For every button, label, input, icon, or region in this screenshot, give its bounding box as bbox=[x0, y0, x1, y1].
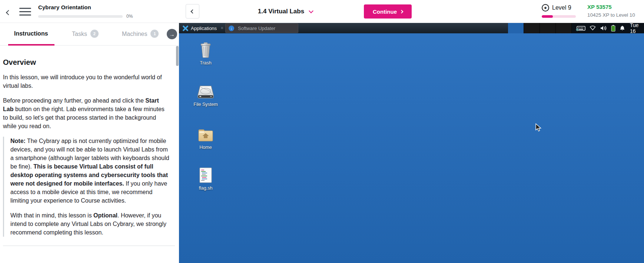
level-progress-bar bbox=[542, 15, 576, 18]
software-updater-window-button[interactable]: ↓ Software Updater bbox=[225, 23, 298, 33]
paragraph-optional: With that in mind, this lesson is Option… bbox=[10, 211, 170, 237]
menu-icon[interactable] bbox=[19, 8, 31, 18]
course-progress-bar bbox=[38, 15, 123, 18]
course-progress-percent: 0% bbox=[126, 14, 133, 19]
lesson-selector[interactable]: 1.4 Virtual Labs bbox=[237, 0, 333, 23]
workspace-2[interactable] bbox=[524, 23, 540, 33]
level-cluster: ★ Level 9 bbox=[542, 4, 576, 18]
app-root: Cybrary Orientation 0% 1.4 Virtual Labs … bbox=[0, 0, 644, 263]
tab-machines-label: Machines bbox=[122, 31, 147, 37]
workspace-1-active[interactable] bbox=[508, 23, 524, 33]
course-title: Cybrary Orientation bbox=[38, 4, 133, 10]
notification-bell-icon[interactable] bbox=[620, 25, 625, 31]
panel-handle-icon[interactable]: ≡ bbox=[221, 25, 223, 31]
mouse-cursor bbox=[535, 123, 542, 134]
tab-machines[interactable]: Machines 1 bbox=[122, 30, 159, 38]
tab-instructions-label: Instructions bbox=[14, 30, 48, 37]
keyboard-input-icon[interactable] bbox=[576, 26, 585, 31]
chevron-down-icon bbox=[309, 9, 313, 13]
machines-count-badge: 1 bbox=[150, 30, 159, 38]
desktop-icon-flag-sh[interactable]: flag.sh bbox=[188, 167, 223, 191]
continue-button[interactable]: Continue bbox=[364, 4, 412, 19]
paragraph-intro: In this lesson, we will introduce you to… bbox=[3, 73, 170, 90]
desktop-icon-label: Trash bbox=[188, 60, 223, 66]
xp-block: XP 53575 10425 XP to Level 10 bbox=[587, 4, 635, 18]
desktop-icon-label: flag.sh bbox=[188, 186, 223, 191]
desktop-icon-label: File System bbox=[188, 102, 223, 107]
content-divider bbox=[3, 246, 175, 246]
xp-to-next-level: 10425 XP to Level 10 bbox=[587, 12, 635, 18]
volume-icon[interactable] bbox=[600, 25, 607, 31]
workspace-switcher bbox=[508, 23, 572, 33]
system-tray: Tue 16 bbox=[572, 23, 644, 33]
virtual-lab-desktop: Applications ≡ ↓ Software Updater bbox=[179, 23, 644, 263]
applications-menu[interactable]: Applications bbox=[180, 23, 219, 33]
desktop-icon-trash[interactable]: Trash bbox=[188, 42, 223, 66]
software-updater-label: Software Updater bbox=[238, 26, 275, 31]
xfce-logo-icon bbox=[183, 26, 188, 31]
desktop-icon-file-system[interactable]: File System bbox=[188, 85, 223, 107]
workspace-3[interactable] bbox=[540, 23, 555, 33]
optional-emphasis: Optional bbox=[93, 212, 117, 219]
software-updater-icon: ↓ bbox=[229, 26, 234, 31]
tabs-scroll-right-button[interactable]: → bbox=[167, 29, 177, 39]
paragraph-start-lab: Before proceeding any further, go ahead … bbox=[3, 96, 170, 130]
tab-bar: Instructions Tasks 2 Machines 1 → bbox=[0, 23, 179, 46]
paragraph-note: Note: The Cybrary app is not currently o… bbox=[10, 137, 170, 205]
top-header: Cybrary Orientation 0% 1.4 Virtual Labs … bbox=[0, 0, 644, 23]
active-tab-indicator bbox=[8, 44, 54, 46]
back-chevron-icon[interactable] bbox=[7, 9, 10, 16]
instructions-content: Overview In this lesson, we will introdu… bbox=[3, 46, 172, 246]
applications-menu-label: Applications bbox=[191, 26, 217, 31]
clock[interactable]: Tue 16 bbox=[630, 23, 641, 34]
tab-instructions[interactable]: Instructions bbox=[14, 30, 48, 37]
note-blockquote: Note: The Cybrary app is not currently o… bbox=[3, 137, 172, 237]
battery-icon[interactable] bbox=[611, 25, 615, 31]
level-label: Level 9 bbox=[552, 4, 571, 11]
workspace-4[interactable] bbox=[556, 23, 571, 33]
continue-label: Continue bbox=[373, 9, 397, 15]
section-heading: Overview bbox=[3, 58, 172, 67]
level-star-icon: ★ bbox=[542, 4, 549, 11]
desktop-icon-label: Home bbox=[188, 145, 223, 150]
desktop-icon-home[interactable]: Home bbox=[188, 128, 223, 150]
course-title-block: Cybrary Orientation 0% bbox=[38, 4, 133, 19]
trash-icon bbox=[199, 42, 212, 58]
tasks-count-badge: 2 bbox=[90, 30, 99, 38]
desktop-taskbar: Applications ≡ ↓ Software Updater bbox=[179, 23, 644, 33]
lesson-title: 1.4 Virtual Labs bbox=[258, 8, 304, 15]
tab-tasks-label: Tasks bbox=[72, 31, 87, 37]
home-folder-icon bbox=[197, 128, 214, 142]
hard-drive-icon bbox=[197, 85, 214, 99]
network-wifi-icon[interactable] bbox=[590, 26, 596, 31]
chevron-right-icon bbox=[400, 10, 404, 13]
xp-value: XP 53575 bbox=[587, 4, 635, 10]
tab-tasks[interactable]: Tasks 2 bbox=[72, 30, 99, 38]
panel-scrollbar[interactable] bbox=[176, 46, 179, 66]
instructions-panel: Instructions Tasks 2 Machines 1 → Overvi… bbox=[0, 23, 179, 263]
previous-lesson-button[interactable] bbox=[186, 4, 199, 19]
script-file-icon bbox=[199, 167, 212, 183]
